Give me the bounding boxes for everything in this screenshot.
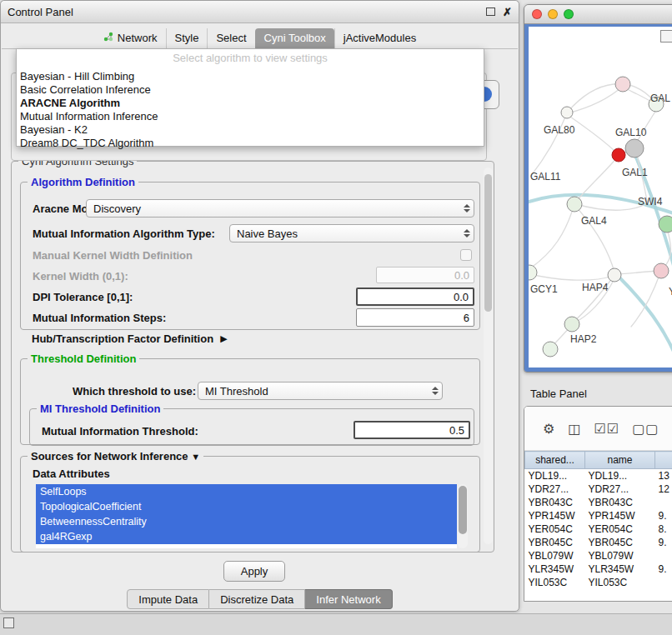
algorithm-option-bayesian-hill-climbing[interactable]: Bayesian - Hill Climbing — [17, 70, 484, 83]
table-cell[interactable]: 12 — [655, 482, 672, 496]
table-cell[interactable]: YPR145W — [585, 509, 655, 522]
bottom-tab-impute-data[interactable]: Impute Data — [127, 589, 209, 609]
sources-group-title[interactable]: Sources for Network Inference ▼ — [28, 450, 203, 462]
algorithm-option-bayesian-k2[interactable]: Bayesian - K2 — [17, 123, 484, 137]
network-canvas[interactable]: GAL80GAL10GALGAL11GAL1SWI4GAL4GCY1HAP4HA… — [529, 27, 672, 368]
table-cell[interactable]: YDL19... — [585, 469, 655, 483]
columns-icon[interactable]: ◫ — [568, 421, 581, 437]
table-cell[interactable]: YDL19... — [525, 469, 585, 483]
tab-cyni-toolbox[interactable]: Cyni Toolbox — [255, 28, 334, 48]
table-cell[interactable]: YBL079W — [525, 549, 585, 562]
close-icon[interactable]: ✗ — [503, 6, 512, 18]
table-cell[interactable]: 13 — [655, 469, 672, 483]
table-row[interactable]: YBL079WYBL079W — [525, 549, 672, 562]
column-header[interactable]: name — [585, 452, 655, 469]
attribute-item-gal4rgexp[interactable]: gal4RGexp — [36, 529, 457, 544]
network-node[interactable] — [612, 148, 625, 162]
zoom-light-icon[interactable] — [564, 9, 574, 19]
table-cell[interactable] — [655, 549, 672, 562]
algorithm-option-aracne-algorithm[interactable]: ARACNE Algorithm — [17, 97, 484, 110]
attributes-scrollbar-thumb[interactable] — [459, 486, 467, 534]
network-window-titlebar[interactable] — [524, 5, 672, 24]
table-cell[interactable]: YER054C — [525, 522, 585, 536]
algorithm-option-mutual-information-inference[interactable]: Mutual Information Inference — [17, 110, 484, 123]
bottom-tab-infer-network[interactable]: Infer Network — [305, 589, 392, 609]
data-attributes-list[interactable]: SelfLoopsTopologicalCoefficientBetweenne… — [36, 484, 457, 548]
bottom-tab-discretize-data[interactable]: Discretize Data — [209, 589, 305, 609]
table-cell[interactable] — [655, 576, 672, 589]
column-header[interactable]: shared... — [525, 452, 585, 469]
network-node[interactable] — [561, 107, 573, 118]
table-row[interactable]: YBR043CYBR043C — [525, 496, 672, 509]
table-cell[interactable]: 9. — [655, 562, 672, 576]
control-panel-titlebar[interactable]: Control Panel ✗ — [1, 1, 519, 23]
aracne-mode-select[interactable]: Discovery — [86, 199, 474, 218]
table-row[interactable]: YLR345WYLR345W9. — [525, 562, 672, 576]
table-cell[interactable]: YIL053C — [525, 576, 585, 589]
table-row[interactable]: YIL053CYIL053C — [525, 576, 672, 589]
mi-threshold-field[interactable]: 0.5 — [354, 421, 470, 439]
table-cell[interactable] — [655, 496, 672, 509]
panel-toggle-icon[interactable] — [3, 618, 14, 628]
table-cell[interactable]: YBL079W — [585, 549, 655, 562]
network-node[interactable] — [625, 139, 644, 158]
tab-style[interactable]: Style — [166, 28, 208, 48]
table-cell[interactable]: 9. — [655, 509, 672, 522]
mi-algorithm-type-select[interactable]: Naive Bayes — [229, 224, 474, 242]
table-row[interactable]: YPR145WYPR145W9. — [525, 509, 672, 522]
show-columns-icon[interactable]: ☑☑ — [594, 421, 619, 437]
network-node[interactable] — [659, 216, 672, 232]
table-cell[interactable]: YBR045C — [585, 536, 655, 549]
algorithm-option-dream8-dc-tdc-algorithm[interactable]: Dream8 DC_TDC Algorithm — [17, 137, 484, 150]
table-cell[interactable]: YBR045C — [525, 536, 585, 549]
network-node[interactable] — [654, 263, 669, 278]
apply-button[interactable]: Apply — [223, 561, 285, 582]
birdseye-toggle[interactable] — [660, 30, 672, 42]
attribute-item-topologicalcoefficient[interactable]: TopologicalCoefficient — [36, 499, 457, 514]
table-row[interactable]: YDR27...YDR27...12 — [525, 482, 672, 496]
tab-select[interactable]: Select — [207, 28, 254, 48]
mi-steps-field[interactable]: 6 — [356, 308, 474, 327]
table-cell[interactable]: YLR345W — [585, 562, 655, 576]
network-node[interactable] — [543, 342, 558, 357]
table-cell[interactable]: YDR27... — [525, 482, 585, 496]
table-cell[interactable]: YIL053C — [585, 576, 655, 589]
table-cell[interactable]: YLR345W — [525, 562, 585, 576]
dpi-tolerance-field[interactable]: 0.0 — [356, 288, 474, 306]
table-cell[interactable]: YDR27... — [585, 482, 655, 496]
close-light-icon[interactable] — [532, 9, 542, 19]
hide-columns-icon[interactable]: ▢▢ — [632, 421, 659, 437]
algorithm-option-basic-correlation-inference[interactable]: Basic Correlation Inference — [17, 83, 484, 97]
table-cell[interactable]: 9. — [655, 536, 672, 549]
settings-scrollbar[interactable] — [484, 168, 493, 544]
table-row[interactable]: YBR045CYBR045C9. — [525, 536, 672, 549]
manual-kernel-width-checkbox[interactable] — [460, 249, 472, 261]
expand-down-icon: ▼ — [191, 452, 200, 462]
network-node[interactable] — [564, 317, 579, 332]
tab-jactivemodules[interactable]: jActiveModules — [334, 28, 424, 48]
network-node[interactable] — [608, 268, 621, 282]
table-cell[interactable]: 8. — [655, 522, 672, 536]
network-node[interactable] — [615, 77, 630, 92]
table-cell[interactable]: YBR043C — [525, 496, 585, 509]
attribute-item-betweennesscentrality[interactable]: BetweennessCentrality — [36, 514, 457, 529]
network-node[interactable] — [529, 265, 537, 280]
table-row[interactable]: YDL19...YDL19...13 — [525, 469, 672, 483]
tab-network[interactable]: Network — [95, 28, 166, 48]
table-row[interactable]: YER054CYER054C8. — [525, 522, 672, 536]
minimize-light-icon[interactable] — [548, 9, 558, 19]
hub-definition-toggle[interactable]: Hub/Transcription Factor Definition ▶ — [32, 332, 228, 345]
table-cell[interactable]: YBR043C — [585, 496, 655, 509]
table-cell[interactable]: YPR145W — [525, 509, 585, 522]
kernel-width-field[interactable]: 0.0 — [376, 267, 474, 283]
which-threshold-select[interactable]: MI Threshold — [198, 382, 443, 400]
attributes-scrollbar[interactable] — [458, 484, 468, 548]
column-header[interactable] — [655, 452, 672, 469]
settings-scrollbar-thumb[interactable] — [484, 174, 492, 312]
float-window-icon[interactable] — [486, 8, 495, 16]
table-cell[interactable]: YER054C — [585, 522, 655, 536]
network-node[interactable] — [567, 197, 582, 212]
aracne-mode-value: Discovery — [93, 202, 141, 215]
attribute-item-selfloops[interactable]: SelfLoops — [36, 484, 457, 499]
gear-icon[interactable]: ⚙ — [543, 421, 555, 437]
